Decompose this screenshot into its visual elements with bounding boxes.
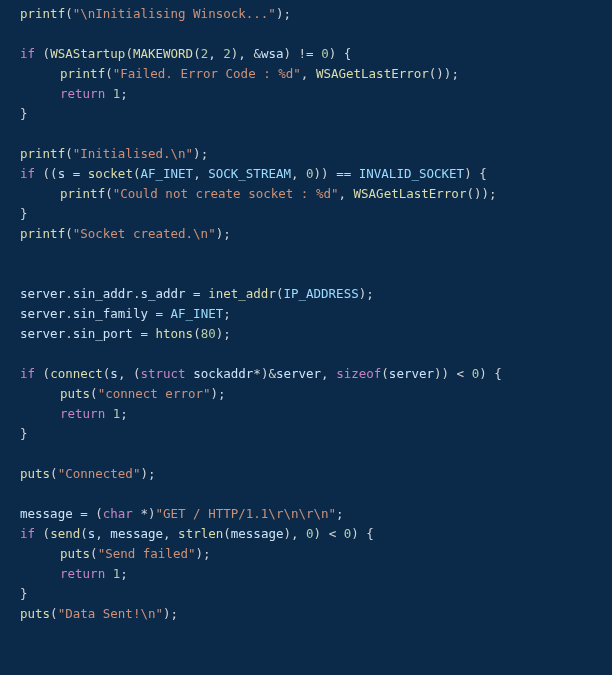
- code-line: }: [0, 106, 28, 121]
- code-line: puts("Connected");: [0, 466, 156, 481]
- string-literal: "Send failed": [98, 546, 196, 561]
- macro-sock-stream: SOCK_STREAM: [208, 166, 291, 181]
- code-line: puts("Data Sent!\n");: [0, 606, 178, 621]
- code-line: if (send(s, message, strlen(message), 0)…: [0, 526, 374, 541]
- fn-printf: printf: [20, 6, 65, 21]
- macro-makeword: MAKEWORD: [133, 46, 193, 61]
- string-literal: "GET / HTTP/1.1\r\n\r\n": [155, 506, 336, 521]
- macro-invalid-socket: INVALID_SOCKET: [359, 166, 464, 181]
- fn-wsastartup: WSAStartup: [50, 46, 125, 61]
- string-literal: "Connected": [58, 466, 141, 481]
- fn-socket: socket: [88, 166, 133, 181]
- code-line: puts("Send failed");: [0, 546, 211, 561]
- code-line: if (connect(s, (struct sockaddr*)&server…: [0, 366, 502, 381]
- code-line: server.sin_port = htons(80);: [0, 326, 231, 341]
- kw-return: return: [60, 86, 113, 101]
- kw-struct: struct: [140, 366, 185, 381]
- string-literal: "Data Sent!\n": [58, 606, 163, 621]
- fn-puts: puts: [60, 386, 90, 401]
- string-literal: "\nInitialising Winsock...": [73, 6, 276, 21]
- code-line: printf("Socket created.\n");: [0, 226, 231, 241]
- code-line: return 1;: [0, 86, 128, 101]
- fn-send: send: [50, 526, 80, 541]
- code-block: printf("\nInitialising Winsock..."); if …: [0, 0, 612, 628]
- fn-connect: connect: [50, 366, 103, 381]
- code-line: }: [0, 586, 28, 601]
- kw-if: if: [20, 46, 35, 61]
- code-line: return 1;: [0, 406, 128, 421]
- code-line: server.sin_family = AF_INET;: [0, 306, 231, 321]
- code-line: return 1;: [0, 566, 128, 581]
- code-line: printf("Initialised.\n");: [0, 146, 208, 161]
- string-literal: "Failed. Error Code : %d": [113, 66, 301, 81]
- string-literal: "Initialised.\n": [73, 146, 193, 161]
- string-literal: "Could not create socket : %d": [113, 186, 339, 201]
- string-literal: "connect error": [98, 386, 211, 401]
- kw-sizeof: sizeof: [336, 366, 381, 381]
- fn-strlen: strlen: [178, 526, 223, 541]
- fn-inet-addr: inet_addr: [208, 286, 276, 301]
- string-literal: "Socket created.\n": [73, 226, 216, 241]
- macro-af-inet: AF_INET: [140, 166, 193, 181]
- code-line: puts("connect error");: [0, 386, 226, 401]
- code-line: printf("Could not create socket : %d", W…: [0, 186, 497, 201]
- code-line: printf("Failed. Error Code : %d", WSAGet…: [0, 66, 459, 81]
- kw-char: char: [103, 506, 133, 521]
- code-line: server.sin_addr.s_addr = inet_addr(IP_AD…: [0, 286, 374, 301]
- code-line: if (WSAStartup(MAKEWORD(2, 2), &wsa) != …: [0, 46, 351, 61]
- code-line: if ((s = socket(AF_INET, SOCK_STREAM, 0)…: [0, 166, 487, 181]
- code-line: message = (char *)"GET / HTTP/1.1\r\n\r\…: [0, 506, 344, 521]
- fn-wsagetlasterror: WSAGetLastError: [316, 66, 429, 81]
- macro-ip-address: IP_ADDRESS: [283, 286, 358, 301]
- code-line: printf("\nInitialising Winsock...");: [0, 4, 612, 24]
- fn-htons: htons: [155, 326, 193, 341]
- code-line: }: [0, 206, 28, 221]
- code-line: }: [0, 426, 28, 441]
